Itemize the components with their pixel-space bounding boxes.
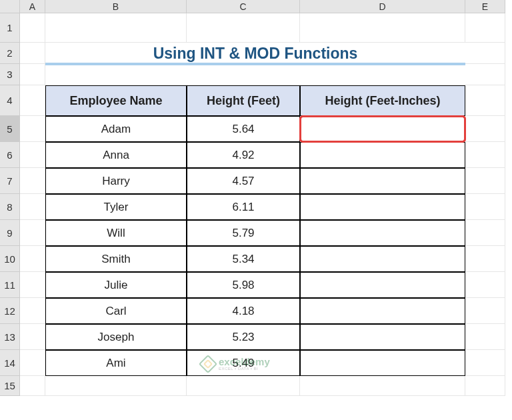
table-header-name[interactable]: Employee Name: [45, 85, 187, 116]
cell-d11[interactable]: [300, 272, 465, 298]
title-underline: [45, 64, 465, 85]
watermark-text: exceldemy: [219, 357, 270, 367]
cell-c15[interactable]: [187, 376, 300, 396]
cell-c11[interactable]: 5.98: [187, 272, 300, 298]
cell-b12[interactable]: Carl: [45, 298, 187, 324]
cell-c9[interactable]: 5.79: [187, 220, 300, 246]
cell-b13[interactable]: Joseph: [45, 324, 187, 350]
cell-d6[interactable]: [300, 142, 465, 168]
select-all-corner[interactable]: [0, 0, 20, 13]
table-header-feet-inches[interactable]: Height (Feet-Inches): [300, 85, 465, 116]
row-header-2[interactable]: 2: [0, 43, 20, 64]
row-header-10[interactable]: 10: [0, 246, 20, 272]
cell-a10[interactable]: [20, 246, 45, 272]
row-header-4[interactable]: 4: [0, 85, 20, 116]
col-header-c[interactable]: C: [187, 0, 300, 13]
cell-e6[interactable]: [465, 142, 505, 168]
cell-b11[interactable]: Julie: [45, 272, 187, 298]
row-header-12[interactable]: 12: [0, 298, 20, 324]
page-title: Using INT & MOD Functions: [45, 43, 465, 64]
cell-d7[interactable]: [300, 168, 465, 194]
cell-e15[interactable]: [465, 376, 505, 396]
cell-b8[interactable]: Tyler: [45, 194, 187, 220]
cell-a12[interactable]: [20, 298, 45, 324]
cell-e4[interactable]: [465, 85, 505, 116]
cell-e1[interactable]: [465, 13, 505, 43]
watermark-subtext: EXCEL • DATA • BI: [219, 367, 270, 371]
cell-c7[interactable]: 4.57: [187, 168, 300, 194]
col-header-e[interactable]: E: [465, 0, 505, 13]
row-header-7[interactable]: 7: [0, 168, 20, 194]
cell-e13[interactable]: [465, 324, 505, 350]
cell-c13[interactable]: 5.23: [187, 324, 300, 350]
cell-c6[interactable]: 4.92: [187, 142, 300, 168]
cell-d15[interactable]: [300, 376, 465, 396]
cell-a11[interactable]: [20, 272, 45, 298]
cell-c8[interactable]: 6.11: [187, 194, 300, 220]
cell-c10[interactable]: 5.34: [187, 246, 300, 272]
cell-e11[interactable]: [465, 272, 505, 298]
cell-d13[interactable]: [300, 324, 465, 350]
table-header-feet[interactable]: Height (Feet): [187, 85, 300, 116]
cell-b7[interactable]: Harry: [45, 168, 187, 194]
cell-d8[interactable]: [300, 194, 465, 220]
cell-a14[interactable]: [20, 350, 45, 376]
col-header-b[interactable]: B: [45, 0, 187, 13]
cell-d14[interactable]: [300, 350, 465, 376]
cell-e12[interactable]: [465, 298, 505, 324]
cell-a1[interactable]: [20, 13, 45, 43]
cell-e10[interactable]: [465, 246, 505, 272]
spreadsheet-grid: A B C D E 1 2 Using INT & MOD Functions …: [0, 0, 512, 396]
cell-b9[interactable]: Will: [45, 220, 187, 246]
cell-d12[interactable]: [300, 298, 465, 324]
cell-e3[interactable]: [465, 64, 505, 85]
cell-d9[interactable]: [300, 220, 465, 246]
cell-c1[interactable]: [187, 13, 300, 43]
cell-c12[interactable]: 4.18: [187, 298, 300, 324]
cell-a8[interactable]: [20, 194, 45, 220]
row-header-14[interactable]: 14: [0, 350, 20, 376]
cell-e7[interactable]: [465, 168, 505, 194]
cell-a6[interactable]: [20, 142, 45, 168]
cell-d5[interactable]: [300, 116, 465, 142]
cell-a5[interactable]: [20, 116, 45, 142]
watermark-logo-icon: [199, 354, 217, 373]
cell-e9[interactable]: [465, 220, 505, 246]
cell-b14[interactable]: Ami: [45, 350, 187, 376]
watermark: exceldemy EXCEL • DATA • BI: [201, 357, 270, 371]
row-header-11[interactable]: 11: [0, 272, 20, 298]
row-header-3[interactable]: 3: [0, 64, 20, 85]
row-header-6[interactable]: 6: [0, 142, 20, 168]
row-header-13[interactable]: 13: [0, 324, 20, 350]
cell-a4[interactable]: [20, 85, 45, 116]
row-header-15[interactable]: 15: [0, 376, 20, 396]
cell-a2[interactable]: [20, 43, 45, 64]
row-header-9[interactable]: 9: [0, 220, 20, 246]
col-header-a[interactable]: A: [20, 0, 45, 13]
cell-b1[interactable]: [45, 13, 187, 43]
cell-b5[interactable]: Adam: [45, 116, 187, 142]
cell-e8[interactable]: [465, 194, 505, 220]
cell-e2[interactable]: [465, 43, 505, 64]
cell-b6[interactable]: Anna: [45, 142, 187, 168]
cell-b10[interactable]: Smith: [45, 246, 187, 272]
cell-a15[interactable]: [20, 376, 45, 396]
row-header-5[interactable]: 5: [0, 116, 20, 142]
col-header-d[interactable]: D: [300, 0, 465, 13]
cell-a13[interactable]: [20, 324, 45, 350]
cell-d10[interactable]: [300, 246, 465, 272]
cell-e5[interactable]: [465, 116, 505, 142]
cell-a3[interactable]: [20, 64, 45, 85]
cell-a7[interactable]: [20, 168, 45, 194]
cell-e14[interactable]: [465, 350, 505, 376]
cell-a9[interactable]: [20, 220, 45, 246]
row-header-1[interactable]: 1: [0, 13, 20, 43]
cell-b15[interactable]: [45, 376, 187, 396]
row-header-8[interactable]: 8: [0, 194, 20, 220]
cell-d1[interactable]: [300, 13, 465, 43]
cell-c5[interactable]: 5.64: [187, 116, 300, 142]
